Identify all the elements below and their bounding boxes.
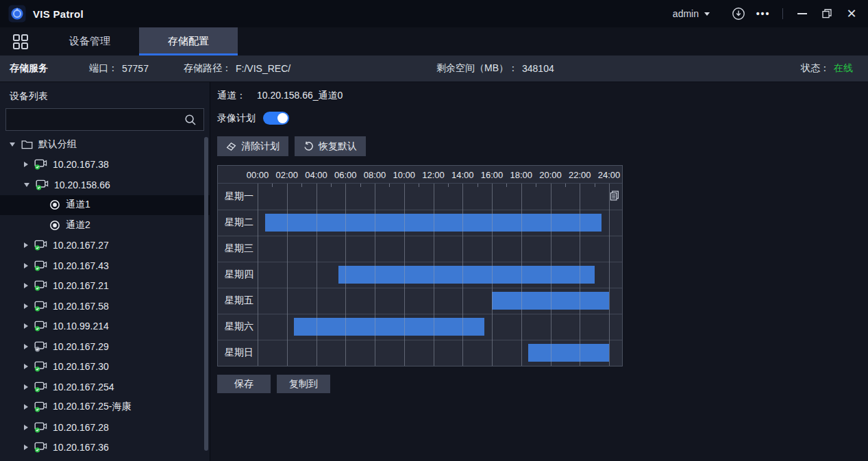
tree-item-label: 通道1 bbox=[66, 199, 90, 211]
caret-right-icon[interactable] bbox=[24, 404, 28, 410]
major-gridline bbox=[609, 184, 610, 366]
record-plan-row: 录像计划 bbox=[217, 112, 289, 125]
restore-icon bbox=[822, 9, 832, 18]
save-button[interactable]: 保存 bbox=[217, 375, 271, 393]
caret-right-icon[interactable] bbox=[24, 242, 28, 248]
chevron-down-icon bbox=[704, 12, 710, 16]
tree-item-label: 默认分组 bbox=[38, 138, 77, 151]
device-search-input[interactable] bbox=[6, 109, 184, 130]
device-camera-icon bbox=[34, 401, 47, 412]
sidebar-scrollbar[interactable] bbox=[204, 137, 208, 451]
caret-right-icon[interactable] bbox=[24, 384, 28, 390]
clear-plan-button[interactable]: 清除计划 bbox=[217, 136, 288, 156]
caret-right-icon[interactable] bbox=[24, 425, 28, 430]
row-separator bbox=[218, 262, 622, 262]
storage-path-label: 存储路径： bbox=[184, 62, 232, 75]
major-gridline bbox=[375, 184, 375, 366]
caret-right-icon[interactable] bbox=[24, 364, 28, 369]
time-tick-label: 24:00 bbox=[594, 170, 624, 180]
channel-value: 10.20.158.66_通道0 bbox=[257, 90, 343, 102]
minor-tick bbox=[506, 184, 507, 187]
caret-right-icon[interactable] bbox=[24, 162, 28, 167]
maximize-button[interactable] bbox=[815, 4, 839, 23]
tree-item-label: 10.20.167.58 bbox=[53, 301, 109, 312]
tree-item-10.20.167.43[interactable]: 10.20.167.43 bbox=[0, 256, 210, 276]
folder-icon bbox=[21, 140, 33, 149]
device-sidebar: 设备列表 默认分组10.20.167.3810.20.158.66通道1通道21… bbox=[0, 82, 210, 461]
minor-tick bbox=[448, 184, 449, 187]
tree-item-通道1[interactable]: 通道1 bbox=[0, 195, 210, 216]
device-camera-icon bbox=[34, 442, 47, 453]
major-gridline bbox=[404, 184, 405, 366]
schedule-bar-星期日[interactable] bbox=[528, 344, 609, 362]
caret-right-icon[interactable] bbox=[24, 283, 28, 288]
tree-item-10.20.167.30[interactable]: 10.20.167.30 bbox=[0, 357, 210, 377]
day-label: 星期一 bbox=[225, 184, 253, 210]
download-button[interactable] bbox=[726, 4, 751, 23]
row-separator bbox=[218, 288, 622, 288]
tab-label: 设备管理 bbox=[69, 35, 110, 48]
tree-item-10.20.167.254[interactable]: 10.20.167.254 bbox=[0, 377, 210, 397]
caret-right-icon[interactable] bbox=[24, 445, 28, 450]
channel-label: 通道： bbox=[217, 90, 246, 102]
time-tick-label: 14:00 bbox=[447, 170, 478, 180]
tab-device-management[interactable]: 设备管理 bbox=[40, 27, 139, 55]
apps-grid-button[interactable] bbox=[0, 27, 40, 55]
time-tick-label: 00:00 bbox=[243, 170, 273, 180]
restore-default-button[interactable]: 恢复默认 bbox=[295, 136, 366, 156]
user-menu[interactable]: admin bbox=[673, 8, 710, 19]
tree-item-label: 10.20.167.36 bbox=[53, 442, 109, 453]
caret-right-icon[interactable] bbox=[24, 323, 28, 329]
minimize-icon bbox=[797, 13, 807, 14]
tree-item-label: 10.20.167.38 bbox=[53, 159, 109, 170]
tree-item-10.20.167.29[interactable]: 10.20.167.29 bbox=[0, 336, 210, 357]
caret-down-icon[interactable] bbox=[24, 183, 29, 187]
content-area: 设备列表 默认分组10.20.167.3810.20.158.66通道1通道21… bbox=[0, 82, 868, 461]
tree-item-10.20.167.27[interactable]: 10.20.167.27 bbox=[0, 236, 210, 256]
storage-config-panel: 通道： 10.20.158.66_通道0 录像计划 清除计划 bbox=[210, 82, 868, 461]
day-label: 星期五 bbox=[225, 288, 253, 314]
tree-item-10.20.158.66[interactable]: 10.20.158.66 bbox=[0, 175, 210, 195]
device-camera-icon bbox=[36, 179, 49, 190]
minimize-button[interactable] bbox=[790, 4, 815, 23]
minor-tick bbox=[478, 184, 478, 187]
minor-tick bbox=[595, 184, 595, 187]
more-button[interactable]: ••• bbox=[751, 4, 776, 23]
record-plan-toggle[interactable] bbox=[263, 112, 289, 125]
eraser-icon bbox=[226, 142, 236, 151]
schedule-bar-星期四[interactable] bbox=[338, 266, 595, 284]
schedule-grid[interactable]: 星期一星期二星期三星期四星期五星期六星期日 bbox=[218, 184, 622, 366]
minor-tick bbox=[536, 184, 536, 187]
device-camera-icon bbox=[34, 260, 47, 271]
tree-item-默认分组[interactable]: 默认分组 bbox=[0, 134, 210, 155]
caret-right-icon[interactable] bbox=[24, 344, 28, 349]
tree-item-10.20.167.38[interactable]: 10.20.167.38 bbox=[0, 155, 210, 175]
tree-item-10.20.167.36[interactable]: 10.20.167.36 bbox=[0, 438, 210, 458]
copy-to-button[interactable]: 复制到 bbox=[277, 375, 330, 393]
tree-item-10.10.99.214[interactable]: 10.10.99.214 bbox=[0, 316, 210, 337]
tree-item-10.20.167.21[interactable]: 10.20.167.21 bbox=[0, 276, 210, 297]
copy-row-button[interactable] bbox=[610, 190, 619, 201]
download-icon bbox=[732, 7, 745, 21]
caret-down-icon[interactable] bbox=[10, 142, 15, 147]
major-gridline bbox=[551, 184, 551, 366]
day-label: 星期六 bbox=[225, 314, 253, 340]
caret-right-icon[interactable] bbox=[24, 303, 28, 309]
search-icon[interactable] bbox=[184, 114, 197, 126]
tree-item-通道2[interactable]: 通道2 bbox=[0, 215, 210, 236]
port-value: 57757 bbox=[122, 63, 149, 74]
tab-storage-config[interactable]: 存储配置 bbox=[139, 27, 238, 55]
caret-right-icon[interactable] bbox=[24, 263, 28, 269]
tree-item-10.20.167.25-海康[interactable]: 10.20.167.25-海康 bbox=[0, 397, 210, 418]
tree-item-10.20.167.58[interactable]: 10.20.167.58 bbox=[0, 296, 210, 316]
schedule-bar-星期六[interactable] bbox=[294, 318, 484, 336]
device-camera-icon bbox=[34, 341, 47, 352]
device-camera-icon bbox=[34, 321, 47, 332]
tree-item-10.20.167.28[interactable]: 10.20.167.28 bbox=[0, 417, 210, 438]
restore-default-label: 恢复默认 bbox=[319, 140, 357, 153]
close-button[interactable]: ✕ bbox=[839, 4, 864, 23]
schedule-time-axis: 00:0002:0004:0006:0008:0010:0012:0014:00… bbox=[218, 166, 622, 184]
device-camera-icon bbox=[34, 422, 47, 433]
major-gridline bbox=[258, 184, 258, 366]
storage-service-info-bar: 存储服务 端口： 57757 存储路径： F:/VIS_REC/ 剩余空间（MB… bbox=[0, 55, 868, 82]
